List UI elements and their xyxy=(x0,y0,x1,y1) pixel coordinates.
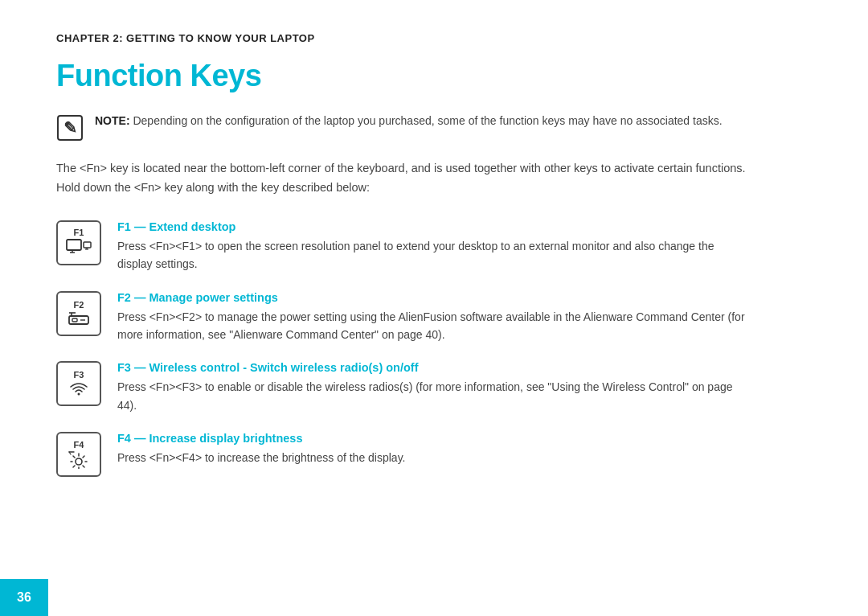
f2-key-icon: F2 xyxy=(56,291,101,336)
svg-text:✎: ✎ xyxy=(63,119,77,137)
f1-key-label: F1 xyxy=(74,228,84,237)
page-content: CHAPTER 2: GETTING TO KNOW YOUR LAPTOP F… xyxy=(0,0,804,509)
function-item-f3: F3 F3 — Wireless control - Switch wirele… xyxy=(56,361,747,414)
f4-body: Press <Fn><F4> to increase the brightnes… xyxy=(117,449,747,466)
function-item-f4: F4 F4 — Increase display brightness xyxy=(56,432,747,477)
f1-key-icon: F1 xyxy=(56,220,101,265)
f4-key-icon: F4 xyxy=(56,432,101,477)
note-text: NOTE: Depending on the configuration of … xyxy=(95,113,723,130)
note-label: NOTE: xyxy=(95,114,130,127)
f3-description: F3 — Wireless control - Switch wireless … xyxy=(117,361,747,414)
note-icon: ✎ xyxy=(56,114,84,142)
function-item-f1: F1 F1 — Extend desktop Press <Fn><F1> to… xyxy=(56,220,747,273)
f4-brightness-symbol xyxy=(68,451,90,469)
f4-key-label: F4 xyxy=(74,441,84,450)
svg-rect-5 xyxy=(84,242,91,248)
page-title: Function Keys xyxy=(56,59,747,93)
svg-point-13 xyxy=(78,392,80,395)
f1-monitor-symbol xyxy=(66,239,92,257)
f3-key-label: F3 xyxy=(74,371,84,380)
svg-line-21 xyxy=(83,456,84,458)
f3-title: F3 — Wireless control - Switch wireless … xyxy=(117,361,747,374)
f2-key-label: F2 xyxy=(74,301,84,310)
note-box: ✎ NOTE: Depending on the configuration o… xyxy=(56,113,747,142)
svg-line-20 xyxy=(83,466,84,467)
intro-text: The <Fn> key is located near the bottom-… xyxy=(56,159,747,198)
f1-title: F1 — Extend desktop xyxy=(117,220,747,233)
f4-title: F4 — Increase display brightness xyxy=(117,432,747,445)
svg-rect-2 xyxy=(67,240,81,250)
f3-body: Press <Fn><F3> to enable or disable the … xyxy=(117,378,747,414)
f1-description: F1 — Extend desktop Press <Fn><F1> to op… xyxy=(117,220,747,273)
f2-power-symbol xyxy=(68,311,90,326)
svg-line-19 xyxy=(73,456,75,458)
svg-point-14 xyxy=(76,458,82,465)
f3-key-icon: F3 xyxy=(56,361,101,406)
f4-description: F4 — Increase display brightness Press <… xyxy=(117,432,747,466)
function-item-f2: F2 F2 — Manage power settings Press <Fn>… xyxy=(56,291,747,344)
f3-wireless-symbol xyxy=(68,381,90,397)
chapter-heading: CHAPTER 2: GETTING TO KNOW YOUR LAPTOP xyxy=(56,32,747,44)
page-number: 36 xyxy=(17,590,31,605)
function-list: F1 F1 — Extend desktop Press <Fn><F1> to… xyxy=(56,220,747,477)
f2-description: F2 — Manage power settings Press <Fn><F2… xyxy=(117,291,747,344)
svg-rect-9 xyxy=(72,318,77,322)
note-body: Depending on the configuration of the la… xyxy=(133,114,722,127)
f1-body: Press <Fn><F1> to open the screen resolu… xyxy=(117,237,747,273)
f2-title: F2 — Manage power settings xyxy=(117,291,747,304)
f2-body: Press <Fn><F2> to manage the power setti… xyxy=(117,308,747,344)
svg-line-22 xyxy=(73,466,75,467)
page-number-box: 36 xyxy=(0,579,48,616)
